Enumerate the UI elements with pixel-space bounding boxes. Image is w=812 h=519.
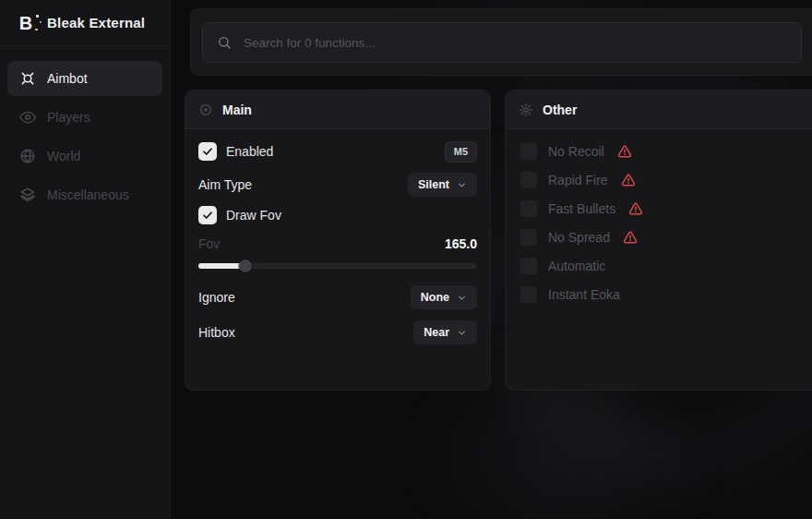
hitbox-dropdown[interactable]: Near	[413, 320, 477, 344]
sidebar-item-label: Aimbot	[47, 71, 88, 86]
ignore-value: None	[421, 291, 449, 304]
layers-icon	[19, 187, 36, 203]
target-icon	[198, 103, 213, 117]
gear-icon	[519, 103, 533, 117]
fov-slider-thumb[interactable]	[239, 260, 252, 272]
automatic-label: Automatic	[548, 259, 605, 273]
enabled-checkbox[interactable]	[198, 142, 217, 161]
search-panel	[190, 8, 812, 76]
sidebar-item-world[interactable]: World	[7, 139, 162, 174]
other-panel-body: No Recoil Rapid Fire Fast Bullets No Spr…	[506, 129, 812, 305]
no-recoil-row: No Recoil	[520, 141, 808, 162]
globe-icon	[19, 148, 36, 164]
sidebar-item-players[interactable]: Players	[7, 100, 162, 135]
search-input[interactable]	[242, 35, 787, 51]
hitbox-row: Hitbox Near	[198, 320, 477, 344]
no-spread-label: No Spread	[548, 230, 610, 245]
enabled-keybind-button[interactable]: M5	[445, 141, 477, 163]
fov-value: 165.0	[445, 236, 477, 251]
no-recoil-label: No Recoil	[548, 144, 604, 159]
app-title: Bleak External	[47, 15, 145, 30]
aim-type-label: Aim Type	[198, 177, 252, 192]
main-panel-body: Enabled M5 Aim Type Silent Draw Fov Fov …	[185, 129, 490, 344]
aim-type-value: Silent	[418, 178, 449, 191]
instant-eoka-checkbox[interactable]	[520, 286, 537, 303]
ignore-row: Ignore None	[198, 285, 477, 309]
sidebar-item-miscellaneous[interactable]: Miscellaneous	[7, 177, 162, 212]
fov-value-row: Fov 165.0	[198, 235, 477, 252]
automatic-row: Automatic	[520, 256, 808, 276]
fast-bullets-checkbox[interactable]	[520, 200, 537, 217]
fov-label: Fov	[198, 236, 220, 251]
panel-title: Other	[543, 103, 577, 117]
fast-bullets-row: Fast Bullets	[520, 199, 808, 219]
chevron-down-icon	[457, 293, 467, 303]
sidebar-nav: Aimbot Players World	[0, 46, 170, 231]
check-icon	[202, 146, 213, 157]
aim-type-row: Aim Type Silent	[198, 173, 477, 197]
panel-title: Main	[222, 103, 252, 117]
warning-icon	[623, 230, 638, 245]
sidebar-item-label: Miscellaneous	[47, 187, 129, 202]
no-spread-checkbox[interactable]	[520, 229, 537, 246]
instant-eoka-row: Instant Eoka	[520, 284, 808, 305]
aim-type-dropdown[interactable]: Silent	[408, 173, 477, 197]
fast-bullets-label: Fast Bullets	[548, 201, 615, 216]
automatic-checkbox[interactable]	[520, 258, 537, 274]
fov-slider-row	[198, 260, 477, 272]
rapid-fire-checkbox[interactable]	[520, 172, 537, 188]
fov-slider[interactable]	[198, 260, 477, 272]
ignore-label: Ignore	[198, 290, 235, 305]
sidebar: B Bleak External Aimbot Playe	[0, 0, 171, 519]
other-panel: Other No Recoil Rapid Fire Fast Bullets	[505, 90, 812, 391]
draw-fov-row: Draw Fov	[198, 206, 477, 224]
check-icon	[202, 210, 213, 221]
sidebar-item-aimbot[interactable]: Aimbot	[7, 61, 162, 96]
warning-icon	[621, 173, 636, 187]
rapid-fire-row: Rapid Fire	[520, 170, 808, 190]
instant-eoka-label: Instant Eoka	[548, 287, 620, 302]
warning-icon	[617, 144, 632, 159]
ignore-dropdown[interactable]: None	[411, 285, 477, 309]
hitbox-label: Hitbox	[198, 325, 235, 340]
sidebar-item-label: World	[47, 149, 80, 163]
enabled-label: Enabled	[226, 144, 273, 159]
draw-fov-label: Draw Fov	[226, 208, 281, 223]
search-box[interactable]	[202, 22, 802, 63]
enabled-row: Enabled M5	[198, 142, 477, 161]
rapid-fire-label: Rapid Fire	[548, 173, 608, 187]
chevron-down-icon	[457, 328, 467, 338]
draw-fov-checkbox[interactable]	[198, 206, 217, 224]
hitbox-value: Near	[424, 326, 449, 339]
app-window: { "app": { "title": "Bleak External" }, …	[0, 0, 812, 519]
main-panel-header: Main	[185, 91, 490, 129]
sidebar-header: B Bleak External	[0, 0, 170, 46]
main-panel: Main Enabled M5 Aim Type Silent	[185, 90, 491, 391]
search-icon	[217, 35, 232, 50]
app-logo-icon: B	[15, 12, 37, 34]
eye-icon	[19, 109, 36, 126]
no-recoil-checkbox[interactable]	[520, 143, 537, 160]
other-panel-header: Other	[506, 91, 812, 129]
no-spread-row: No Spread	[520, 227, 808, 247]
crosshair-icon	[19, 70, 36, 87]
chevron-down-icon	[457, 180, 467, 190]
sidebar-item-label: Players	[47, 110, 90, 125]
warning-icon	[628, 201, 643, 216]
